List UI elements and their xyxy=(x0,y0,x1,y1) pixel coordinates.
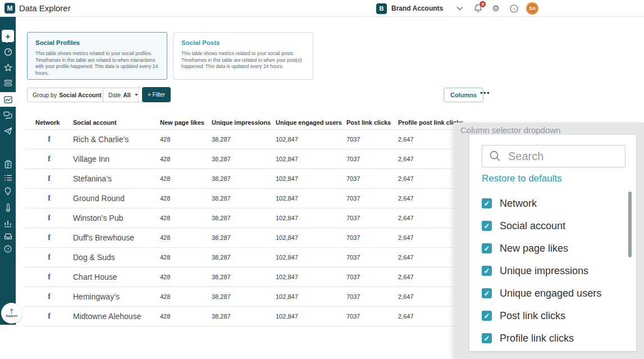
post-link-clicks-value: 7037 xyxy=(346,156,398,162)
social-account-name: Hemingway’s xyxy=(73,292,160,301)
help-icon[interactable]: ? xyxy=(509,4,518,13)
sidebar-feeds-icon[interactable] xyxy=(0,76,16,90)
chevron-down-icon xyxy=(135,94,138,96)
column-option-unique-engaged-users[interactable]: Unique engaged users xyxy=(482,282,625,305)
checkbox-checked-icon[interactable] xyxy=(482,266,492,276)
sidebar-tasks-clipboard-icon[interactable] xyxy=(0,157,16,171)
card-social-posts-title: Social Posts xyxy=(181,39,305,46)
unique-impressions-value: 38,287 xyxy=(212,293,276,300)
chevron-down-icon[interactable] xyxy=(455,4,464,13)
new-page-likes-value: 428 xyxy=(160,215,212,221)
facebook-icon: f xyxy=(48,154,51,163)
table-row: f Ground Round 428 38,287 102,847 7037 2… xyxy=(25,189,480,208)
sidebar-help-icon[interactable]: ? xyxy=(0,242,16,256)
unique-impressions-value: 38,287 xyxy=(212,254,276,261)
column-selector-card: Restore to defaults Network Social accou… xyxy=(469,135,636,351)
sidebar-listening-lightbulb-icon[interactable] xyxy=(0,185,16,198)
social-account-name: Stefanina’s xyxy=(73,174,160,183)
restore-defaults-link[interactable]: Restore to defaults xyxy=(482,173,562,184)
support-button[interactable]: ᛉ Support xyxy=(1,303,22,324)
table-row: f Hemingway’s 428 38,287 102,847 7037 2,… xyxy=(25,287,480,307)
checkbox-checked-icon[interactable] xyxy=(482,198,492,208)
toolbar-divider xyxy=(138,85,139,104)
more-options-button[interactable]: ••• xyxy=(480,89,490,97)
unique-impressions-value: 38,287 xyxy=(212,234,276,241)
sidebar-create-plus-icon[interactable]: + xyxy=(2,30,14,42)
sidebar-dashboard-icon[interactable] xyxy=(0,45,16,58)
column-option-profile-link-clicks[interactable]: Profile link clicks xyxy=(482,327,625,349)
column-option-unique-impressions[interactable]: Unique impressions xyxy=(482,260,625,282)
column-option-social-account[interactable]: Social account xyxy=(482,215,625,237)
table-row: f Chart House 428 38,287 102,847 7037 2,… xyxy=(25,267,480,287)
sidebar-analytics-chart-icon[interactable] xyxy=(0,217,16,230)
new-page-likes-value: 428 xyxy=(160,175,212,182)
dropdown-scrollbar-thumb[interactable] xyxy=(628,192,632,257)
post-link-clicks-value: 7037 xyxy=(346,274,398,280)
unique-engaged-users-value: 102,847 xyxy=(276,234,346,241)
facebook-icon: f xyxy=(48,253,51,262)
table-row: f Duff's Brewhouse 428 38,287 102,847 70… xyxy=(25,228,480,248)
checkbox-checked-icon[interactable] xyxy=(482,288,492,298)
column-option-label: Network xyxy=(500,198,537,210)
metrics-table: Network Social account New page likes Un… xyxy=(25,115,480,326)
facebook-icon: f xyxy=(48,194,51,203)
column-search-input[interactable] xyxy=(508,150,609,163)
checkbox-checked-icon[interactable] xyxy=(482,221,492,231)
notification-count-badge: 5 xyxy=(479,1,486,8)
settings-gear-icon[interactable]: ⚙ xyxy=(491,4,500,13)
unique-impressions-value: 38,287 xyxy=(212,195,276,202)
facebook-icon: f xyxy=(48,292,51,301)
sidebar-star-icon[interactable] xyxy=(0,61,16,74)
new-page-likes-value: 428 xyxy=(160,293,212,300)
column-option-label: Unique engaged users xyxy=(500,288,601,299)
sidebar-inbox-tray-icon[interactable] xyxy=(0,230,16,243)
columns-button[interactable]: Columns xyxy=(444,88,483,102)
date-dropdown[interactable]: Date All xyxy=(103,88,144,102)
column-option-label: New page likes xyxy=(500,243,568,255)
social-account-name: Village Inn xyxy=(73,154,160,163)
unique-engaged-users-value: 102,847 xyxy=(276,175,346,182)
column-header-new-page-likes: New page likes xyxy=(160,119,212,126)
post-link-clicks-value: 7037 xyxy=(346,313,398,320)
column-header-post-link-clicks: Post link clicks xyxy=(346,119,398,126)
user-avatar[interactable]: SA xyxy=(526,2,538,15)
checkbox-checked-icon[interactable] xyxy=(482,311,492,321)
facebook-icon: f xyxy=(48,135,51,144)
new-page-likes-value: 428 xyxy=(160,136,212,143)
checkbox-checked-icon[interactable] xyxy=(482,333,492,343)
new-page-likes-value: 428 xyxy=(160,156,212,162)
svg-text:?: ? xyxy=(513,6,515,11)
support-icon: ᛉ xyxy=(10,309,13,314)
notifications-bell-icon[interactable]: 5 xyxy=(473,4,482,13)
social-account-name: Duff's Brewhouse xyxy=(73,233,160,242)
post-link-clicks-value: 7037 xyxy=(346,215,398,221)
unique-impressions-value: 38,287 xyxy=(212,136,276,143)
brand-account-name[interactable]: Brand Accounts xyxy=(391,4,443,12)
add-filter-button[interactable]: + Filter xyxy=(142,87,171,102)
sidebar-messages-icon[interactable] xyxy=(0,108,16,122)
card-social-posts[interactable]: Social Posts This table shows metrics re… xyxy=(173,32,313,80)
social-account-name: Ground Round xyxy=(73,194,160,203)
column-option-network[interactable]: Network xyxy=(482,192,625,215)
svg-text:?: ? xyxy=(7,247,9,252)
column-options-list: Network Social account New page likes Un… xyxy=(482,192,625,349)
sidebar-reports-icon-selected[interactable] xyxy=(0,92,16,107)
social-account-name: Rich & Charlie’s xyxy=(73,135,160,144)
post-link-clicks-value: 7037 xyxy=(346,254,398,261)
sidebar-vitals-thermometer-icon[interactable] xyxy=(0,201,16,215)
table-row: f Dog & Suds 428 38,287 102,847 7037 2,6… xyxy=(25,248,480,267)
group-by-dropdown[interactable]: Group by Social Account xyxy=(27,88,115,102)
column-option-new-page-likes[interactable]: New page likes xyxy=(482,237,625,260)
column-search-box[interactable] xyxy=(482,145,625,167)
sidebar-queue-list-icon[interactable] xyxy=(0,171,16,184)
facebook-icon: f xyxy=(48,174,51,183)
column-header-network: Network xyxy=(25,119,73,126)
checkbox-checked-icon[interactable] xyxy=(482,243,492,253)
date-value: All xyxy=(123,92,130,98)
sidebar-publishing-icon[interactable] xyxy=(0,124,16,138)
table-row: f Midtowne Alehouse 428 38,287 102,847 7… xyxy=(25,307,480,326)
card-social-profiles[interactable]: Social Profiles This table shows metrics… xyxy=(27,32,167,80)
unique-impressions-value: 38,287 xyxy=(212,175,276,182)
column-option-post-link-clicks[interactable]: Post link clicks xyxy=(482,305,625,327)
group-by-label: Group by xyxy=(33,92,57,98)
